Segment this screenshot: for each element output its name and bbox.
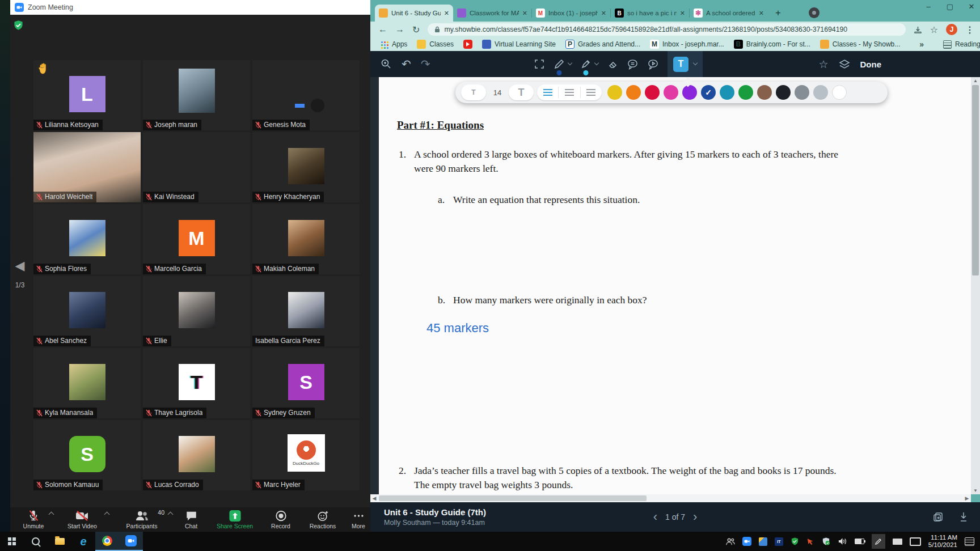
zoom-tray-icon[interactable] xyxy=(742,537,751,546)
color-swatch[interactable] xyxy=(776,85,791,100)
browser-tab[interactable]: MInbox (1) - joseph.ma✕ xyxy=(532,5,610,22)
bookmark-item[interactable]: PGrades and Attend... xyxy=(565,40,640,49)
participant-tile[interactable]: Kyla Manansala xyxy=(33,348,141,418)
color-swatch[interactable] xyxy=(795,85,809,100)
shield-check-tray-icon[interactable] xyxy=(791,537,799,546)
browser-tab[interactable]: Classwork for MATH 7✕ xyxy=(453,5,531,22)
highlighter-tool-icon[interactable] xyxy=(580,58,592,70)
participant-tile[interactable]: Abel Sanchez xyxy=(33,276,141,346)
horizontal-scroll-thumb[interactable] xyxy=(379,495,647,501)
student-answer-annotation[interactable]: 45 markers xyxy=(426,321,489,336)
profile-avatar[interactable]: J xyxy=(946,24,957,35)
participant-tile[interactable]: SSydney Gruzen xyxy=(252,348,360,418)
favorite-star-icon[interactable]: ☆ xyxy=(818,58,828,71)
previous-page-icon[interactable]: ‹ xyxy=(653,511,657,523)
participant-tile[interactable]: TThaye Lagrisola xyxy=(143,348,250,418)
touch-keyboard-tray-icon[interactable] xyxy=(893,539,902,545)
color-swatch[interactable] xyxy=(664,85,678,100)
bookmark-item[interactable] xyxy=(463,40,472,49)
color-swatch[interactable] xyxy=(682,85,697,100)
color-swatch[interactable] xyxy=(720,85,734,100)
zoom-taskbar-button[interactable] xyxy=(119,532,143,551)
bookmark-item[interactable]: MInbox - joseph.mar... xyxy=(650,40,724,49)
done-button[interactable]: Done xyxy=(860,60,882,69)
redo-icon[interactable]: ↷ xyxy=(421,57,430,71)
address-bar[interactable]: my.showbie.com/classes/f57ae744cf1b91466… xyxy=(428,23,905,36)
file-explorer-taskbar-button[interactable] xyxy=(48,532,71,551)
tab-close-icon[interactable]: ✕ xyxy=(680,10,685,17)
text-tool-dropdown-icon[interactable] xyxy=(693,61,698,65)
document-page[interactable]: Part #1: Equations 1. A school ordered 3… xyxy=(379,77,971,494)
browser-menu-icon[interactable]: ⋮ xyxy=(965,24,974,35)
bookmark-item[interactable]: Classes xyxy=(417,40,454,49)
comment-tool-icon[interactable] xyxy=(627,58,639,70)
text-tool-active[interactable]: T xyxy=(668,51,703,77)
unmute-menu-caret-icon[interactable] xyxy=(49,512,54,518)
vertical-scrollbar[interactable]: ▲ ▼ xyxy=(971,77,980,494)
security-shield-icon[interactable] xyxy=(13,20,24,33)
color-swatch[interactable] xyxy=(832,85,847,100)
participant-tile[interactable]: SSolomon Kamauu xyxy=(33,420,141,490)
zoom-in-icon[interactable] xyxy=(381,58,392,70)
tab-close-icon[interactable]: ✕ xyxy=(601,10,606,17)
layers-icon[interactable] xyxy=(839,58,850,70)
participant-tile[interactable]: Lucas Corrado xyxy=(143,420,250,490)
highlighter-dropdown-icon[interactable] xyxy=(594,61,599,65)
start-taskbar-button[interactable] xyxy=(0,532,24,551)
start-video-menu-caret-icon[interactable] xyxy=(104,512,110,518)
record-button[interactable]: Record xyxy=(261,507,301,532)
participant-tile[interactable]: Joseph maran xyxy=(143,60,250,130)
pen-tool-icon[interactable] xyxy=(554,58,565,70)
color-swatch-selected[interactable]: ✓ xyxy=(701,85,716,100)
reading-list-button[interactable]: Reading list xyxy=(943,40,980,49)
volume-tray-icon[interactable] xyxy=(838,537,847,545)
chat-button[interactable]: Chat xyxy=(174,507,209,532)
participant-tile[interactable]: Genesis Mota xyxy=(252,60,360,130)
color-swatch[interactable] xyxy=(813,85,828,100)
maximize-button[interactable]: ▢ xyxy=(946,2,954,11)
scroll-down-arrow[interactable]: ▼ xyxy=(971,487,980,494)
color-swatch[interactable] xyxy=(645,85,660,100)
scroll-left-arrow[interactable]: ◀ xyxy=(370,495,378,501)
color-swatch[interactable] xyxy=(738,85,753,100)
reload-icon[interactable]: ↻ xyxy=(412,24,420,35)
align-right-button[interactable] xyxy=(581,87,602,98)
participant-tile[interactable]: DuckDuckGoMarc Hyeler xyxy=(252,420,360,490)
edge-taskbar-button[interactable]: e xyxy=(71,532,95,551)
decrease-font-button[interactable]: T xyxy=(461,84,486,100)
participant-tile[interactable]: Sophia Flores xyxy=(33,204,141,274)
forward-icon[interactable]: → xyxy=(395,24,404,35)
align-left-button[interactable] xyxy=(537,87,559,98)
increase-font-button[interactable]: T xyxy=(509,84,534,100)
align-center-button[interactable] xyxy=(559,87,580,98)
bookmark-item[interactable]: Apps xyxy=(379,40,407,49)
minimize-button[interactable]: – xyxy=(924,2,932,11)
participant-tile[interactable]: Henry Khacheryan xyxy=(252,132,360,202)
undo-icon[interactable]: ↶ xyxy=(402,57,411,71)
participant-tile[interactable]: Isabella Garcia Perez xyxy=(252,276,360,346)
duplicate-page-icon[interactable] xyxy=(932,511,944,523)
bookmark-item[interactable]: BBrainly.com - For st... xyxy=(734,40,810,49)
contacts-tray-icon[interactable] xyxy=(725,537,735,546)
monitor-tray-icon[interactable] xyxy=(910,537,921,546)
scroll-right-arrow[interactable]: ▶ xyxy=(963,495,971,501)
remote-app-tray-icon[interactable] xyxy=(759,537,767,546)
browser-tab[interactable]: Unit 6 - Study Guide -✕ xyxy=(375,5,453,22)
new-tab-button[interactable]: + xyxy=(771,6,785,20)
more-button[interactable]: More xyxy=(345,507,372,532)
participant-tile[interactable]: Ellie xyxy=(143,276,250,346)
back-icon[interactable]: ← xyxy=(378,24,387,35)
pen-dropdown-icon[interactable] xyxy=(568,61,572,65)
tab-close-icon[interactable]: ✕ xyxy=(759,10,764,17)
gallery-page-nav[interactable]: ◀ 1/3 xyxy=(11,260,28,289)
tab-close-icon[interactable]: ✕ xyxy=(522,10,527,17)
reactions-button[interactable]: Reactions xyxy=(301,507,345,532)
battery-tray-icon[interactable] xyxy=(855,539,864,544)
voice-note-tool-icon[interactable] xyxy=(647,58,659,70)
vertical-scroll-thumb[interactable] xyxy=(972,85,979,276)
save-page-icon[interactable] xyxy=(914,26,922,34)
unmute-button[interactable]: Unmute xyxy=(12,507,54,532)
participant-tile[interactable]: Harold Weichelt xyxy=(33,132,141,202)
bookmark-star-icon[interactable]: ☆ xyxy=(930,24,938,35)
bookmark-item[interactable]: Virtual Learning Site xyxy=(482,40,556,49)
